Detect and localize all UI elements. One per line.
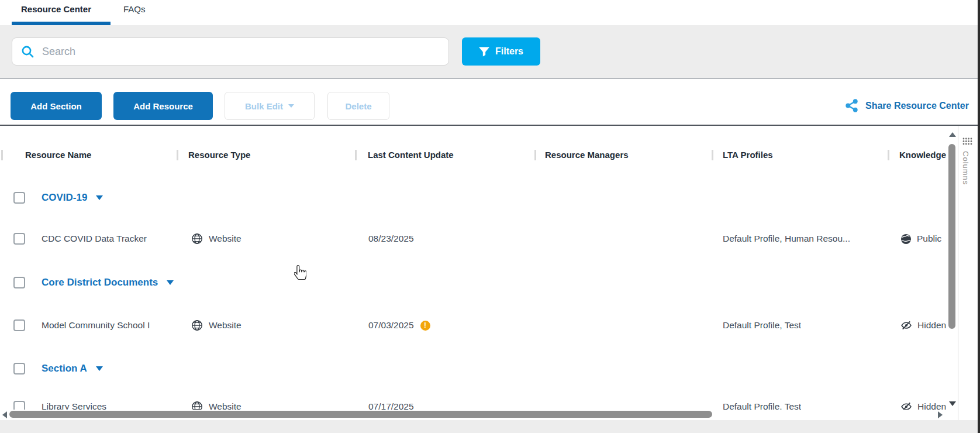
section-name: COVID-19: [42, 192, 87, 204]
columns-grid-icon[interactable]: [962, 137, 972, 147]
resource-table: Resource Name Resource Type Last Content…: [0, 126, 947, 420]
delete-button[interactable]: Delete: [327, 92, 389, 120]
columns-panel-label[interactable]: Columns: [961, 151, 970, 185]
share-icon: [844, 98, 859, 113]
table-row-section-covid-19: COVID-19: [0, 186, 947, 209]
resource-type-label: Website: [209, 320, 241, 331]
column-separator: [888, 150, 889, 160]
date-label: 07/03/2025: [368, 320, 414, 331]
column-separator: [534, 150, 536, 160]
add-section-button[interactable]: Add Section: [11, 92, 102, 120]
last-content-update-cell: 08/23/2025: [368, 227, 414, 250]
window-right-border: [978, 0, 980, 433]
scroll-up-arrow-icon[interactable]: [949, 132, 956, 137]
table-row-section-a: Section A: [0, 357, 947, 380]
resource-name-link[interactable]: CDC COVID Data Tracker: [42, 227, 147, 250]
search-icon: [21, 45, 34, 58]
section-link-core-district-documents[interactable]: Core District Documents: [42, 271, 174, 294]
hand-cursor-icon: [294, 264, 306, 283]
horizontal-scrollbar-thumb[interactable]: [9, 411, 712, 418]
column-header-resource-name[interactable]: Resource Name: [25, 149, 91, 161]
filters-button[interactable]: Filters: [462, 37, 540, 66]
resource-center-app: Resource Center FAQs Filters Add Section…: [0, 0, 980, 433]
resource-type-label: Website: [209, 233, 241, 244]
tab-resource-center[interactable]: Resource Center: [21, 4, 91, 14]
resource-type-cell: Website: [191, 227, 241, 250]
row-checkbox[interactable]: [13, 192, 25, 204]
section-link-section-a[interactable]: Section A: [42, 357, 103, 380]
column-header-lta-profiles[interactable]: LTA Profiles: [723, 149, 773, 161]
chevron-down-icon[interactable]: [96, 366, 103, 371]
bulk-edit-button[interactable]: Bulk Edit: [225, 92, 315, 120]
column-header-resource-type[interactable]: Resource Type: [188, 149, 250, 161]
chevron-down-icon: [288, 104, 294, 108]
section-name: Section A: [42, 363, 87, 374]
filters-label: Filters: [495, 46, 523, 57]
section-name: Core District Documents: [42, 277, 158, 288]
share-label: Share Resource Center: [865, 101, 969, 111]
column-header-knowledge[interactable]: Knowledge: [899, 149, 946, 161]
chevron-down-icon[interactable]: [96, 195, 103, 200]
add-resource-button[interactable]: Add Resource: [113, 92, 213, 120]
eye-slash-icon: [900, 319, 912, 331]
search-input[interactable]: [41, 45, 440, 59]
knowledge-cell: Public: [900, 227, 941, 250]
globe-icon: [191, 233, 203, 245]
column-separator: [712, 150, 713, 160]
public-globe-icon: [900, 233, 912, 245]
column-separator: [177, 150, 178, 160]
lta-profiles-cell: Default Profile, Test: [723, 314, 801, 337]
filter-funnel-icon: [479, 47, 489, 57]
warning-icon[interactable]: !: [420, 321, 430, 331]
table-row-cdc-covid-data-tracker: CDC COVID Data Tracker Website 08/23/202…: [0, 227, 947, 250]
row-checkbox[interactable]: [13, 277, 25, 288]
row-checkbox[interactable]: [13, 363, 25, 374]
tab-faqs[interactable]: FAQs: [123, 4, 146, 14]
resource-type-cell: Website: [191, 314, 241, 337]
last-content-update-cell: 07/03/2025 !: [368, 314, 430, 337]
knowledge-cell: Hidden: [900, 314, 946, 337]
globe-icon: [191, 319, 203, 331]
chevron-down-icon[interactable]: [167, 280, 174, 285]
column-header-resource-managers[interactable]: Resource Managers: [545, 149, 629, 161]
share-resource-center-link[interactable]: Share Resource Center: [844, 98, 969, 113]
table-row-section-core-district-documents: Core District Documents: [0, 271, 947, 294]
scroll-right-arrow-icon[interactable]: [938, 411, 943, 418]
lta-profiles-cell: Default Profile, Human Resou...: [723, 227, 850, 250]
date-label: 08/23/2025: [368, 233, 414, 244]
scroll-left-arrow-icon[interactable]: [2, 411, 7, 418]
row-checkbox[interactable]: [13, 319, 25, 331]
row-checkbox[interactable]: [13, 233, 25, 245]
column-separator: [355, 150, 357, 160]
vertical-scrollbar-thumb[interactable]: [948, 144, 955, 329]
knowledge-label: Hidden: [917, 320, 946, 331]
knowledge-label: Public: [917, 233, 941, 244]
search-box[interactable]: [12, 37, 449, 66]
bottom-strip: [0, 420, 980, 433]
column-separator: [1, 150, 3, 160]
section-link-covid-19[interactable]: COVID-19: [42, 186, 103, 209]
column-header-last-content-update[interactable]: Last Content Update: [368, 149, 454, 161]
bulk-edit-label: Bulk Edit: [245, 101, 283, 111]
resource-name-link[interactable]: Model Community School I: [42, 314, 150, 337]
table-row-model-community-school: Model Community School I Website 07/03/2…: [0, 314, 947, 337]
scroll-down-arrow-icon[interactable]: [949, 401, 956, 406]
